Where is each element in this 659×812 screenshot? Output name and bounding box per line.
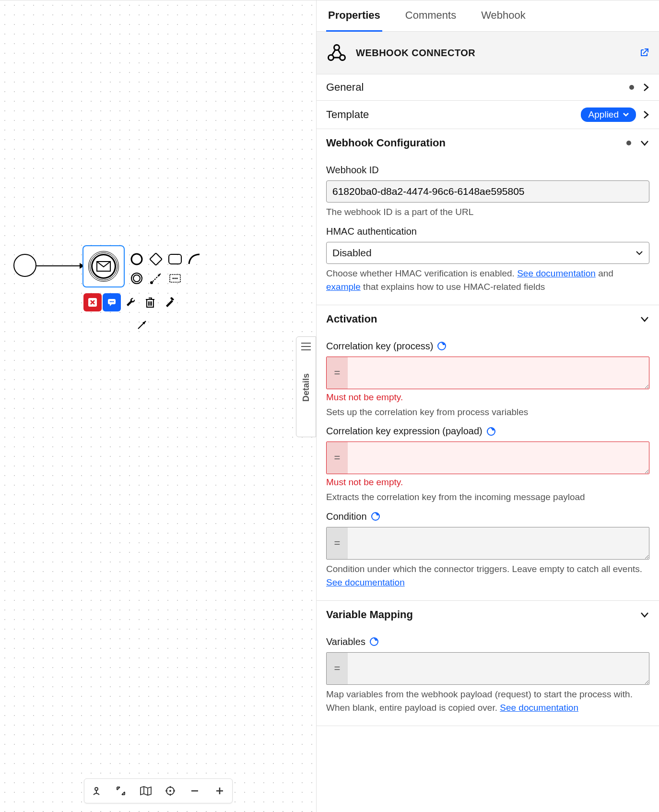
fit-view-icon[interactable] bbox=[114, 784, 128, 798]
bpmn-context-pad bbox=[128, 250, 203, 287]
zoom-out-icon[interactable] bbox=[188, 784, 202, 798]
hmac-select[interactable]: Disabled bbox=[326, 242, 649, 264]
menu-icon bbox=[301, 343, 311, 350]
bpmn-start-event[interactable] bbox=[13, 254, 36, 277]
condition-doc-link[interactable]: See documentation bbox=[326, 577, 405, 587]
variables-doc-link[interactable]: See documentation bbox=[500, 703, 578, 713]
more-options-icon[interactable] bbox=[166, 269, 184, 287]
variable-mapping-body: Variables = Map variables from the webho… bbox=[317, 626, 659, 726]
chevron-down-icon bbox=[623, 112, 629, 117]
hmac-help: Choose whether HMAC verification is enab… bbox=[326, 267, 649, 294]
append-gateway-icon[interactable] bbox=[147, 250, 165, 268]
section-variable-mapping[interactable]: Variable Mapping bbox=[317, 601, 659, 626]
corr-process-label: Correlation key (process) bbox=[326, 341, 649, 352]
corr-process-field[interactable] bbox=[348, 357, 649, 389]
svg-point-23 bbox=[334, 45, 340, 50]
chevron-right-icon bbox=[643, 110, 649, 119]
corr-process-error: Must not be empty. bbox=[326, 392, 649, 403]
details-panel-toggle[interactable]: Details bbox=[296, 336, 316, 437]
condition-field[interactable] bbox=[348, 527, 649, 559]
feel-toggle-icon[interactable] bbox=[437, 341, 447, 351]
color-icon[interactable] bbox=[160, 293, 178, 311]
minimap-icon[interactable] bbox=[139, 784, 153, 798]
envelope-icon bbox=[96, 261, 111, 272]
trash-icon[interactable] bbox=[141, 293, 159, 311]
corr-payload-field[interactable] bbox=[348, 442, 649, 474]
variables-help: Map variables from the webhook payload (… bbox=[326, 688, 649, 715]
feel-toggle-icon[interactable] bbox=[486, 427, 496, 436]
append-task-icon[interactable] bbox=[166, 250, 184, 268]
arrow-icon[interactable] bbox=[133, 315, 152, 334]
status-dot-icon bbox=[629, 85, 634, 90]
comment-button[interactable] bbox=[103, 293, 121, 311]
chevron-down-icon bbox=[640, 316, 649, 322]
status-dot-icon bbox=[626, 141, 631, 145]
delete-button[interactable] bbox=[83, 293, 102, 311]
corr-payload-input[interactable]: = bbox=[326, 442, 649, 474]
webhook-config-body: Webhook ID The webhook ID is a part of t… bbox=[317, 154, 659, 305]
svg-marker-14 bbox=[110, 304, 112, 306]
svg-point-15 bbox=[110, 301, 111, 302]
chevron-down-icon bbox=[640, 140, 649, 146]
section-template[interactable]: Template Applied bbox=[317, 101, 659, 129]
condition-help: Condition under which the connector trig… bbox=[326, 562, 649, 590]
svg-point-1 bbox=[131, 254, 142, 264]
section-webhook-config[interactable]: Webhook Configuration bbox=[317, 129, 659, 154]
svg-point-22 bbox=[169, 790, 171, 792]
section-general[interactable]: General bbox=[317, 74, 659, 101]
tab-webhook[interactable]: Webhook bbox=[479, 0, 528, 31]
svg-point-7 bbox=[150, 281, 153, 284]
bpmn-selected-message-event[interactable] bbox=[82, 245, 125, 287]
variables-field[interactable] bbox=[348, 653, 649, 684]
hmac-label: HMAC authentication bbox=[326, 226, 649, 237]
tab-comments[interactable]: Comments bbox=[403, 0, 458, 31]
svg-point-11 bbox=[177, 278, 178, 279]
svg-point-25 bbox=[340, 55, 345, 60]
feel-toggle-icon[interactable] bbox=[369, 637, 379, 646]
svg-point-16 bbox=[111, 301, 113, 302]
reset-view-icon[interactable] bbox=[89, 784, 104, 798]
center-icon[interactable] bbox=[163, 784, 177, 798]
svg-point-9 bbox=[173, 278, 174, 279]
hmac-example-link[interactable]: example bbox=[326, 282, 361, 292]
append-intermediate-event-icon[interactable] bbox=[128, 269, 146, 287]
section-activation[interactable]: Activation bbox=[317, 305, 659, 330]
activation-body: Correlation key (process) = Must not be … bbox=[317, 330, 659, 601]
wrench-icon[interactable] bbox=[122, 293, 140, 311]
chevron-down-icon bbox=[635, 251, 643, 255]
webhook-id-label: Webhook ID bbox=[326, 165, 649, 176]
condition-label: Condition bbox=[326, 511, 649, 522]
variables-input[interactable]: = bbox=[326, 652, 649, 685]
canvas-toolbar bbox=[84, 778, 233, 803]
connect-icon[interactable] bbox=[147, 269, 165, 287]
variables-label: Variables bbox=[326, 636, 649, 647]
svg-point-5 bbox=[133, 275, 140, 282]
feel-toggle-icon[interactable] bbox=[371, 512, 380, 521]
append-end-event-icon[interactable] bbox=[128, 250, 146, 268]
webhook-icon bbox=[326, 42, 347, 63]
panel-title: WEBHOOK CONNECTOR bbox=[356, 48, 630, 59]
svg-point-20 bbox=[95, 788, 98, 790]
corr-process-input[interactable]: = bbox=[326, 357, 649, 389]
svg-point-17 bbox=[113, 301, 114, 302]
tab-properties[interactable]: Properties bbox=[326, 0, 382, 32]
external-link-icon[interactable] bbox=[639, 48, 649, 58]
corr-payload-help: Extracts the correlation key from the in… bbox=[326, 490, 649, 504]
webhook-id-input[interactable] bbox=[326, 180, 649, 203]
diagram-canvas[interactable]: Details bbox=[0, 0, 317, 812]
append-flow-icon[interactable] bbox=[185, 250, 203, 268]
chevron-right-icon bbox=[643, 83, 649, 92]
applied-badge[interactable]: Applied bbox=[581, 107, 636, 122]
svg-rect-3 bbox=[169, 254, 181, 264]
zoom-in-icon[interactable] bbox=[212, 784, 227, 798]
webhook-id-help: The webhook ID is a part of the URL bbox=[326, 205, 649, 219]
chevron-down-icon bbox=[640, 611, 649, 618]
properties-panel: Properties Comments Webhook WEBHOOK CONN… bbox=[317, 0, 659, 812]
corr-payload-error: Must not be empty. bbox=[326, 477, 649, 488]
hmac-doc-link[interactable]: See documentation bbox=[517, 268, 596, 278]
condition-input[interactable]: = bbox=[326, 527, 649, 560]
svg-point-24 bbox=[329, 55, 334, 60]
bpmn-sequence-flow[interactable] bbox=[36, 265, 83, 266]
svg-rect-2 bbox=[150, 253, 162, 265]
panel-tabs: Properties Comments Webhook bbox=[317, 0, 659, 32]
